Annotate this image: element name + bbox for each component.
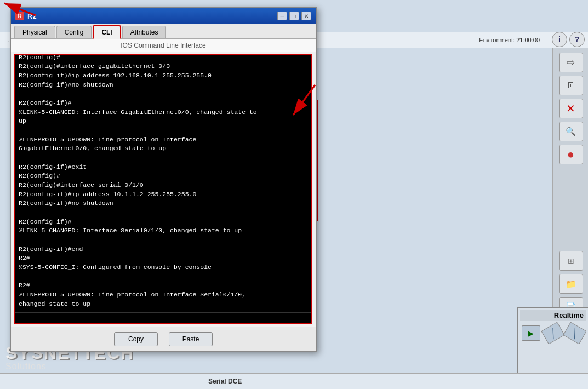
realtime-title: Realtime — [520, 310, 586, 321]
bottom-bar: Serial DCE — [0, 373, 588, 389]
cli-input-row — [15, 312, 311, 323]
right-btn-folder[interactable]: 📁 — [559, 274, 583, 294]
cli-input[interactable] — [15, 314, 311, 322]
help-btn[interactable]: ? — [569, 32, 585, 47]
nav-environment: Environment: 21:00:00 — [471, 32, 547, 48]
realtime-diag2-btn[interactable]: ╲ — [563, 322, 586, 344]
dialog-r2: R R2 ─ □ ✕ Physical Config CLI Attribute… — [10, 7, 317, 352]
tab-cli[interactable]: CLI — [93, 25, 121, 39]
tab-physical[interactable]: Physical — [14, 26, 55, 38]
realtime-play-btn[interactable]: ▶ — [522, 325, 540, 341]
info-btn[interactable]: i — [552, 32, 567, 47]
dialog-tabs: Physical Config CLI Attributes — [11, 24, 316, 39]
right-btn-inspect[interactable]: 🔍 — [559, 122, 583, 141]
tab-config[interactable]: Config — [56, 26, 92, 38]
watermark-line2: Solutions — [5, 362, 134, 371]
realtime-panel: Realtime ▶ ╱ ╲ — [517, 307, 588, 373]
dialog-close-btn[interactable]: ✕ — [301, 12, 311, 20]
cli-content-area: Router>enable Router#conf t Enter config… — [14, 54, 312, 324]
tab-attributes[interactable]: Attributes — [122, 26, 167, 38]
dialog-minimize-btn[interactable]: ─ — [277, 12, 287, 20]
right-panel: ⇨ 🗓 ✕ 🔍 ● ⊞ 📁 📄 🕐 — [552, 48, 588, 344]
status-text: Serial DCE — [208, 377, 242, 385]
right-btn-cursor[interactable]: ⇨ — [559, 53, 583, 72]
dialog-title-icon: R — [15, 12, 24, 20]
right-btn-note[interactable]: 🗓 — [559, 76, 583, 95]
cli-textarea[interactable]: Router>enable Router#conf t Enter config… — [15, 55, 311, 312]
dialog-title-text: R2 — [27, 12, 37, 20]
dialog-title-content: R R2 — [15, 12, 37, 20]
copy-button[interactable]: Copy — [114, 332, 158, 346]
dialog-titlebar[interactable]: R R2 ─ □ ✕ — [11, 8, 316, 24]
paste-button[interactable]: Paste — [169, 332, 213, 346]
dialog-subtitle: IOS Command Line Interface — [11, 39, 316, 52]
realtime-icons: ▶ ╱ ╲ — [520, 325, 586, 341]
right-btn-resize[interactable]: ⊞ — [559, 251, 583, 271]
realtime-diag1-btn[interactable]: ╱ — [541, 322, 564, 344]
right-btn-delete[interactable]: ✕ — [559, 99, 583, 118]
dialog-footer: Copy Paste — [11, 327, 316, 351]
dialog-maximize-btn[interactable]: □ — [289, 12, 299, 20]
dialog-controls: ─ □ ✕ — [277, 12, 311, 20]
right-btn-add-note[interactable]: ● — [559, 145, 583, 164]
